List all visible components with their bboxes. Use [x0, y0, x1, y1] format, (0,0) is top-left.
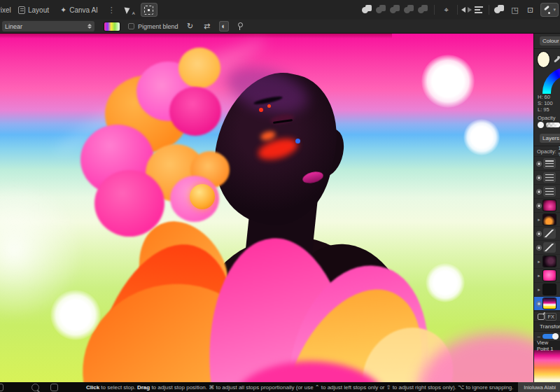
more-menu-icon[interactable]: ⋮ — [104, 6, 120, 15]
layer-row[interactable] — [534, 171, 560, 185]
snapping-icon[interactable]: ⌖ — [440, 4, 451, 15]
colour-wheel[interactable] — [542, 69, 560, 94]
view-point-header[interactable]: View Point 1 — [534, 342, 560, 350]
boolean-subtract-icon[interactable] — [376, 4, 387, 15]
transform-mode-button[interactable] — [141, 3, 158, 17]
persona-pixel-label: Pixel — [0, 6, 11, 14]
tab-layers[interactable]: Layers — [540, 134, 560, 143]
assistant-button[interactable]: ▾ — [540, 3, 559, 17]
colour-opacity-slider[interactable] — [534, 122, 560, 128]
swap-icon[interactable]: ⇄ — [202, 22, 212, 31]
boolean-divide-icon[interactable] — [404, 4, 415, 15]
reverse-gradient-icon[interactable]: ↻ — [186, 22, 195, 31]
layer-row[interactable]: ▸ — [534, 283, 560, 297]
brush-icon — [543, 6, 551, 14]
navigator-preview[interactable] — [534, 350, 560, 382]
fill-colour-well[interactable] — [538, 52, 550, 67]
layers-footer: FX — [534, 311, 560, 322]
layer-thumbnail[interactable] — [543, 214, 556, 225]
persona-canva-ai[interactable]: ✦ Canva AI — [55, 0, 104, 20]
auto-select-button[interactable] — [121, 3, 138, 17]
view-point-title: View Point 1 — [537, 340, 560, 352]
layer-row[interactable] — [534, 185, 560, 199]
grid-status-icon[interactable] — [50, 384, 58, 391]
sparkle-icon: ✦ — [60, 6, 66, 15]
visibility-toggle[interactable] — [536, 301, 542, 307]
status-bar: Click to select stop. Drag to adjust sto… — [0, 382, 560, 392]
resize-box-icon[interactable]: ⊡ — [524, 4, 536, 15]
transform-panel-header[interactable]: Transform — [534, 322, 560, 332]
boolean-combine-icon[interactable] — [418, 4, 429, 15]
sliders-adjustment-icon[interactable] — [543, 172, 556, 183]
layer-thumbnail[interactable] — [543, 298, 556, 309]
expand-icon[interactable]: ▸ — [536, 259, 542, 265]
top-right-tools: ⌖ ◳ ⊡ ▾ — [360, 0, 559, 20]
pigment-blend-label: Pigment blend — [138, 23, 178, 30]
layer-thumbnail[interactable] — [543, 270, 556, 281]
sliders-adjustment-icon[interactable] — [543, 186, 556, 197]
zoom-status-icon[interactable] — [31, 384, 39, 391]
boolean-add-icon[interactable] — [362, 4, 373, 15]
face-dot — [267, 104, 271, 108]
colour-panel-tabs: Colour S — [534, 34, 560, 49]
persona-canva-ai-label: Canva AI — [69, 6, 98, 14]
visibility-toggle[interactable] — [536, 189, 542, 195]
persona-pixel[interactable]: Pixel — [0, 0, 13, 20]
layer-row[interactable]: ▸ — [534, 213, 560, 227]
layer-row[interactable] — [534, 157, 560, 171]
auto-select-icon — [125, 6, 134, 14]
visibility-toggle[interactable] — [536, 231, 542, 237]
layer-thumbnail[interactable] — [543, 284, 556, 295]
expand-icon[interactable]: ▸ — [536, 217, 542, 223]
layer-row[interactable] — [534, 227, 560, 241]
layer-row[interactable] — [534, 241, 560, 255]
visibility-toggle[interactable] — [536, 203, 542, 209]
visibility-toggle[interactable] — [536, 245, 542, 251]
flip-icon[interactable] — [461, 5, 472, 15]
opacity-track[interactable] — [546, 122, 560, 127]
visibility-toggle[interactable] — [536, 161, 542, 167]
boolean-intersect-icon[interactable] — [390, 4, 401, 15]
expand-icon[interactable]: ▸ — [536, 287, 542, 293]
lightness-value: L: 95 — [534, 106, 560, 113]
marquee-icon — [144, 6, 153, 15]
align-icon[interactable] — [475, 6, 483, 13]
layer-thumbnail[interactable] — [543, 200, 556, 211]
layer-row[interactable]: ▸ — [534, 269, 560, 283]
eyedropper-icon[interactable] — [553, 55, 560, 64]
layer-thumbnail[interactable] — [543, 256, 556, 267]
layer-row[interactable]: ▸ — [534, 255, 560, 269]
tab-colour[interactable]: Colour — [540, 36, 560, 46]
transform-slider[interactable] — [542, 334, 558, 339]
persona-layout[interactable]: Layout — [13, 0, 55, 20]
hue-value: H: 60 — [534, 94, 560, 100]
visibility-toggle[interactable] — [536, 175, 542, 181]
flower-petal — [94, 170, 164, 237]
gradient-type-select[interactable]: Linear — [2, 21, 94, 31]
layer-row[interactable] — [534, 199, 560, 213]
fx-button[interactable]: FX — [545, 313, 556, 321]
flower-petal — [169, 87, 221, 136]
gradient-type-value: Linear — [5, 23, 22, 30]
flower-petal — [178, 48, 220, 88]
face-dot — [259, 108, 263, 112]
colour-picker-icon[interactable] — [236, 22, 243, 31]
layers-list: ▸▸▸▸ — [534, 157, 560, 311]
sliders-adjustment-icon[interactable] — [543, 158, 556, 169]
expand-icon[interactable]: ▸ — [536, 273, 542, 279]
insert-target-icon[interactable]: ◳ — [509, 4, 520, 15]
saturation-value: S: 100 — [534, 100, 560, 106]
bokeh-orb — [421, 55, 475, 108]
pigment-blend-checkbox[interactable] — [128, 23, 134, 29]
layer-row[interactable] — [534, 297, 560, 311]
opacity-knob[interactable] — [538, 122, 544, 128]
fill-mode-icon[interactable]: ◐ — [219, 21, 229, 31]
status-icon-partial[interactable] — [0, 384, 4, 391]
edit-mask-icon[interactable] — [538, 314, 545, 320]
canvas[interactable] — [0, 34, 533, 382]
gradient-swatch[interactable] — [104, 22, 120, 31]
curves-adjustment-icon[interactable] — [543, 242, 556, 253]
curves-adjustment-icon[interactable] — [543, 228, 556, 239]
arrange-icon[interactable] — [494, 4, 505, 15]
minus-icon[interactable]: − — [537, 333, 540, 340]
